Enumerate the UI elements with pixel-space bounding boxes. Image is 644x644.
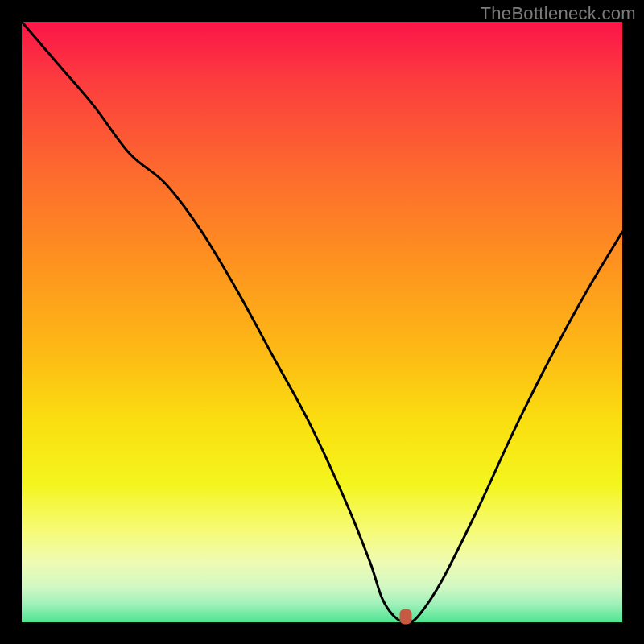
bottleneck-curve bbox=[22, 22, 622, 622]
optimal-point-marker bbox=[400, 609, 412, 624]
chart-frame: TheBottleneck.com bbox=[0, 0, 644, 644]
chart-plot-area bbox=[22, 22, 622, 622]
